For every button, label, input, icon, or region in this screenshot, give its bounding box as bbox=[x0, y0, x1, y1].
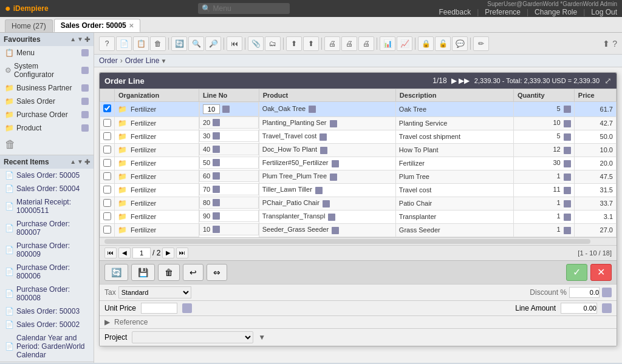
row-check-1[interactable] bbox=[100, 116, 115, 130]
product-icon-0[interactable] bbox=[309, 106, 316, 113]
favourites-down-arrow[interactable]: ▼ bbox=[77, 36, 83, 44]
collapse-icon[interactable]: ⬆ bbox=[603, 39, 610, 49]
unit-price-input[interactable] bbox=[141, 303, 177, 314]
table-row[interactable]: 📁 Fertilizer 10 Seeder_Grass Seeder Gras… bbox=[100, 223, 617, 237]
product-icon-1[interactable] bbox=[330, 120, 337, 127]
line-amount-input[interactable] bbox=[561, 303, 597, 314]
page-next-button[interactable]: ▶ bbox=[162, 248, 174, 258]
recent-item-9[interactable]: 📄 Calendar Year and Period: GardenWorld … bbox=[0, 331, 94, 362]
table-row[interactable]: 📁 Fertilizer 30 Travel_Travel cost Trave… bbox=[100, 130, 617, 143]
zoom-button[interactable]: 🔎 bbox=[205, 36, 221, 51]
qty-icon-7[interactable] bbox=[564, 200, 571, 207]
report2-button[interactable]: 📈 bbox=[397, 36, 412, 51]
table-row[interactable]: 📁 Fertilizer 60 Plum Tree_Plum Tree Plum… bbox=[100, 170, 617, 183]
lock-button[interactable]: 🔒 bbox=[418, 36, 434, 51]
product-icon-2[interactable] bbox=[320, 133, 327, 141]
favourites-up-arrow[interactable]: ▲ bbox=[70, 36, 76, 44]
new-record-button[interactable]: 📄 bbox=[116, 36, 132, 51]
sidebar-item-purchase-order[interactable]: 📁 Purchase Order bbox=[0, 108, 94, 121]
row-check-3[interactable] bbox=[100, 143, 115, 157]
reference-collapse-icon[interactable]: ▶ bbox=[104, 318, 110, 326]
table-row[interactable]: 📁 Fertilizer 50 Fertilizer#50_Fertilizer… bbox=[100, 157, 617, 170]
print-button[interactable]: 🖨 bbox=[324, 36, 340, 51]
confirm-button[interactable]: ✓ bbox=[566, 264, 587, 281]
page-number-input[interactable] bbox=[132, 248, 151, 258]
product-icon-7[interactable] bbox=[323, 200, 330, 207]
sidebar-item-business-partner[interactable]: 📁 Business Partner bbox=[0, 81, 94, 95]
recent-item-1[interactable]: 📄 Sales Order: 50004 bbox=[0, 182, 94, 195]
lineno-icon-4[interactable] bbox=[213, 159, 220, 166]
sidebar-item-menu[interactable]: 📋 Menu bbox=[0, 46, 94, 59]
nav-first-button[interactable]: ⏮ bbox=[227, 36, 242, 51]
lineno-icon-9[interactable] bbox=[213, 226, 220, 233]
change-role-link[interactable]: Change Role bbox=[535, 8, 577, 16]
print2-button[interactable]: 🖨 bbox=[341, 36, 357, 51]
qty-icon-4[interactable] bbox=[564, 160, 571, 167]
feedback-link[interactable]: Feedback bbox=[439, 8, 471, 16]
recent-item-3[interactable]: 📄 Purchase Order: 800007 bbox=[0, 217, 94, 239]
row-check-5[interactable] bbox=[100, 170, 115, 183]
move-action-button[interactable]: ⇔ bbox=[207, 264, 227, 281]
recent-item-5[interactable]: 📄 Purchase Order: 800006 bbox=[0, 261, 94, 283]
lineno-input-0[interactable] bbox=[203, 104, 220, 114]
breadcrumb-order-line[interactable]: Order Line ▼ bbox=[125, 56, 167, 65]
attach-button[interactable]: 📎 bbox=[248, 36, 264, 51]
lineno-icon-7[interactable] bbox=[213, 199, 220, 206]
h-scrollbar[interactable] bbox=[100, 237, 617, 245]
recent-item-2[interactable]: 📄 Material Receipt: 10000511 bbox=[0, 195, 94, 217]
discount-input[interactable] bbox=[569, 287, 600, 298]
qty-icon-8[interactable] bbox=[564, 214, 571, 221]
sidebar-item-system-configurator[interactable]: ⚙ System Configurator bbox=[0, 59, 94, 81]
product-icon-4[interactable] bbox=[332, 160, 339, 167]
refresh-button[interactable]: 🔄 bbox=[171, 36, 187, 51]
recent-up-arrow[interactable]: ▲ bbox=[70, 158, 76, 166]
product-icon-5[interactable] bbox=[330, 174, 337, 181]
cancel-button[interactable]: ✕ bbox=[590, 264, 612, 281]
row-check-2[interactable] bbox=[100, 130, 115, 143]
up-button[interactable]: ⬆ bbox=[286, 36, 302, 51]
sidebar-item-sales-order[interactable]: 📁 Sales Order bbox=[0, 95, 94, 108]
breadcrumb-dropdown-icon[interactable]: ▼ bbox=[160, 58, 166, 64]
recent-add-icon[interactable]: ✚ bbox=[84, 158, 90, 166]
row-check-7[interactable] bbox=[100, 197, 115, 210]
lineno-icon-1[interactable] bbox=[213, 119, 220, 126]
qty-icon-1[interactable] bbox=[564, 120, 571, 127]
page-last-button[interactable]: ⏭ bbox=[176, 248, 188, 258]
table-row[interactable]: 📁 Fertilizer 20 Planting_Planting Ser Pl… bbox=[100, 116, 617, 130]
undo-action-button[interactable]: ↩ bbox=[183, 264, 203, 281]
row-check-0[interactable] bbox=[100, 102, 115, 117]
table-row[interactable]: 📁 Fertilizer 80 PChair_Patio Chair Patio… bbox=[100, 197, 617, 210]
product-icon-6[interactable] bbox=[315, 187, 323, 194]
find-button[interactable]: 🔍 bbox=[188, 36, 204, 51]
page-prev-button[interactable]: ◀ bbox=[118, 248, 131, 258]
menu-search[interactable]: 🔍 bbox=[198, 3, 290, 14]
preference-link[interactable]: Preference bbox=[485, 8, 521, 16]
sidebar-item-product[interactable]: 📁 Product bbox=[0, 121, 94, 135]
product-icon-9[interactable] bbox=[332, 227, 339, 234]
qty-icon-2[interactable] bbox=[564, 133, 571, 141]
attach2-button[interactable]: 🗂 bbox=[265, 36, 281, 51]
favourites-add-icon[interactable]: ✚ bbox=[84, 36, 90, 44]
recent-item-6[interactable]: 📄 Purchase Order: 800008 bbox=[0, 283, 94, 305]
tab-close-icon[interactable]: ✕ bbox=[129, 22, 134, 29]
help-button[interactable]: ? bbox=[99, 36, 115, 51]
lineno-icon-8[interactable] bbox=[213, 212, 220, 220]
tab-sales-order[interactable]: Sales Order: 50005 ✕ bbox=[54, 19, 140, 32]
maximize-icon[interactable]: ? bbox=[612, 39, 617, 49]
recent-item-0[interactable]: 📄 Sales Order: 50005 bbox=[0, 169, 94, 182]
save-action-button[interactable]: 💾 bbox=[131, 264, 155, 281]
qty-icon-3[interactable] bbox=[564, 147, 571, 154]
recent-item-8[interactable]: 📄 Sales Order: 50002 bbox=[0, 318, 94, 331]
recent-item-4[interactable]: 📄 Purchase Order: 800009 bbox=[0, 239, 94, 261]
logout-link[interactable]: Log Out bbox=[591, 8, 617, 16]
row-check-8[interactable] bbox=[100, 210, 115, 223]
project-select[interactable] bbox=[132, 331, 253, 343]
table-row[interactable]: 📁 Fertilizer 70 Tiller_Lawn Tiller Trave… bbox=[100, 183, 617, 197]
recent-item-7[interactable]: 📄 Sales Order: 50003 bbox=[0, 305, 94, 318]
table-row[interactable]: 📁 Fertilizer 90 Transplanter_Transpl Tra… bbox=[100, 210, 617, 223]
up2-button[interactable]: ⬆ bbox=[303, 36, 319, 51]
dialog-expand-icon[interactable]: ⤢ bbox=[604, 76, 612, 86]
tax-select[interactable]: Standard bbox=[118, 286, 191, 298]
lineno-icon-6[interactable] bbox=[213, 186, 220, 193]
edit-button[interactable]: ✏ bbox=[473, 36, 489, 51]
